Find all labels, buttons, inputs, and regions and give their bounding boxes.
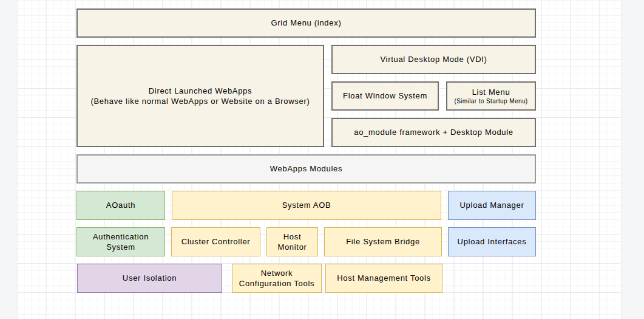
node-direct-webapps[interactable]: Direct Launched WebApps (Behave like nor… [76,45,324,147]
node-virtual-desktop-mode-label: Virtual Desktop Mode (VDI) [378,54,489,64]
node-float-window-system-label: Float Window System [341,91,430,101]
node-upload-manager[interactable]: Upload Manager [448,191,536,220]
node-list-menu-label: List Menu [470,87,513,97]
node-aoauth-label: AOauth [104,200,138,210]
node-grid-menu-label: Grid Menu (index) [269,18,344,28]
node-cluster-controller-label: Cluster Controller [179,236,253,247]
node-grid-menu[interactable]: Grid Menu (index) [76,9,536,38]
node-ao-module-framework[interactable]: ao_module framework + Desktop Module [331,118,536,147]
node-file-system-bridge-label: File System Bridge [344,236,422,247]
node-network-config-tools-label: Network Configuration Tools [237,268,317,289]
node-webapps-modules[interactable]: WebApps Modules [76,154,536,184]
node-network-config-tools[interactable]: Network Configuration Tools [232,264,322,293]
diagram-nodes-layer: Grid Menu (index)Direct Launched WebApps… [0,0,644,319]
diagram-viewport: Grid Menu (index)Direct Launched WebApps… [0,0,644,319]
node-system-aob-label: System AOB [280,200,334,210]
node-cluster-controller[interactable]: Cluster Controller [171,227,260,256]
node-authentication-system[interactable]: Authentication System [76,227,165,256]
node-host-monitor[interactable]: Host Monitor [266,227,318,256]
node-file-system-bridge[interactable]: File System Bridge [324,227,442,256]
node-user-isolation[interactable]: User Isolation [77,264,222,293]
node-authentication-system-label: Authentication System [90,232,151,252]
node-host-management-tools[interactable]: Host Management Tools [325,264,442,293]
node-upload-interfaces-label: Upload Interfaces [455,236,529,247]
node-list-menu[interactable]: List Menu(Similar to Startup Menu) [446,81,536,111]
node-upload-manager-label: Upload Manager [458,200,527,210]
node-host-management-tools-label: Host Management Tools [334,273,433,283]
node-float-window-system[interactable]: Float Window System [331,81,439,111]
node-virtual-desktop-mode[interactable]: Virtual Desktop Mode (VDI) [331,45,536,74]
node-user-isolation-label: User Isolation [120,273,179,283]
node-webapps-modules-label: WebApps Modules [268,163,345,174]
node-list-menu-sublabel: (Similar to Startup Menu) [454,97,527,105]
node-ao-module-framework-label: ao_module framework + Desktop Module [351,127,516,137]
node-aoauth[interactable]: AOauth [76,191,165,220]
node-direct-webapps-label: Direct Launched WebApps (Behave like nor… [88,86,312,106]
node-upload-interfaces[interactable]: Upload Interfaces [448,227,536,256]
node-host-monitor-label: Host Monitor [275,232,309,252]
node-system-aob[interactable]: System AOB [172,191,441,220]
